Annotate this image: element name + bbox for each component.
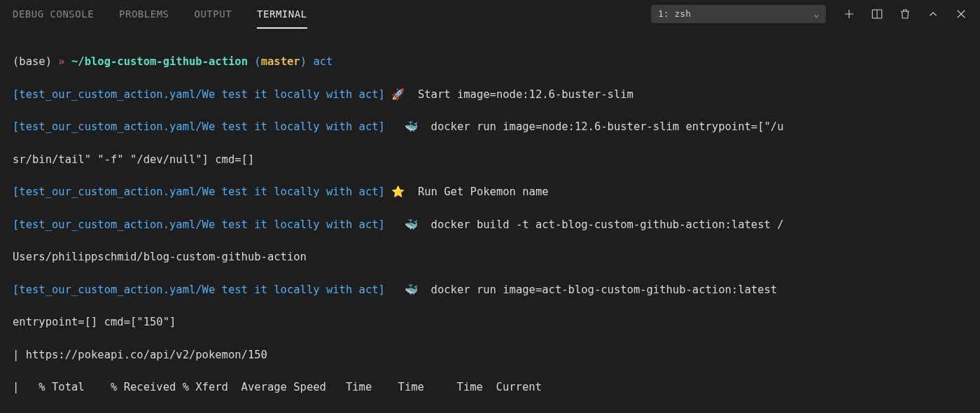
log-line: 🚀 Start image=node:12.6-buster-slim [391, 88, 634, 101]
curl-line: | https://pokeapi.co/api/v2/pokemon/150 [13, 349, 267, 361]
log-line: 🐳 docker run image=act-blog-custom-githu… [391, 284, 777, 296]
log-line: sr/bin/tail" "-f" "/dev/null"] cmd=[] [13, 153, 254, 166]
run-label: [test_our_custom_action.yaml/We test it … [13, 284, 385, 296]
terminal-shell-select[interactable]: 1: zsh ⌄ [651, 5, 826, 23]
prompt-command: act [313, 55, 332, 68]
terminal-output[interactable]: (base) » ~/blog-custom-github-action (ma… [0, 28, 980, 413]
close-icon[interactable] [955, 8, 967, 20]
tab-output[interactable]: OUTPUT [195, 3, 245, 25]
log-line: 🐳 docker build -t act-blog-custom-github… [391, 218, 783, 231]
panel-tabs: DEBUG CONSOLE PROBLEMS OUTPUT TERMINAL 1… [0, 0, 980, 28]
panel-actions [843, 8, 967, 20]
run-label: [test_our_custom_action.yaml/We test it … [13, 88, 385, 101]
tab-problems[interactable]: PROBLEMS [119, 3, 181, 25]
new-terminal-icon[interactable] [843, 8, 855, 20]
chevron-up-icon[interactable] [927, 8, 939, 20]
prompt-branch: master [261, 55, 300, 68]
log-line: 🐳 docker run image=node:12.6-buster-slim… [391, 120, 783, 133]
prompt-path: ~/blog-custom-github-action [71, 55, 248, 68]
curl-line: | % Total % Received % Xferd Average Spe… [13, 381, 542, 393]
log-line: Users/philippschmid/blog-custom-github-a… [13, 251, 307, 263]
shell-selected-label: 1: zsh [658, 8, 691, 19]
prompt-arrow: » [58, 55, 64, 68]
branch-close: ) [300, 55, 307, 68]
run-label: [test_our_custom_action.yaml/We test it … [13, 186, 385, 198]
run-label: [test_our_custom_action.yaml/We test it … [13, 120, 385, 133]
run-label: [test_our_custom_action.yaml/We test it … [13, 218, 385, 231]
split-terminal-icon[interactable] [871, 8, 883, 20]
log-line: ⭐ Run Get Pokemon name [391, 186, 548, 198]
trash-icon[interactable] [899, 8, 911, 20]
prompt-env: (base) [13, 55, 52, 68]
tab-terminal[interactable]: TERMINAL [257, 3, 319, 25]
log-line: entrypoint=[] cmd=["150"] [13, 316, 176, 328]
tab-debug-console[interactable]: DEBUG CONSOLE [13, 3, 106, 25]
branch-open: ( [254, 55, 260, 68]
chevron-down-icon: ⌄ [814, 9, 819, 19]
